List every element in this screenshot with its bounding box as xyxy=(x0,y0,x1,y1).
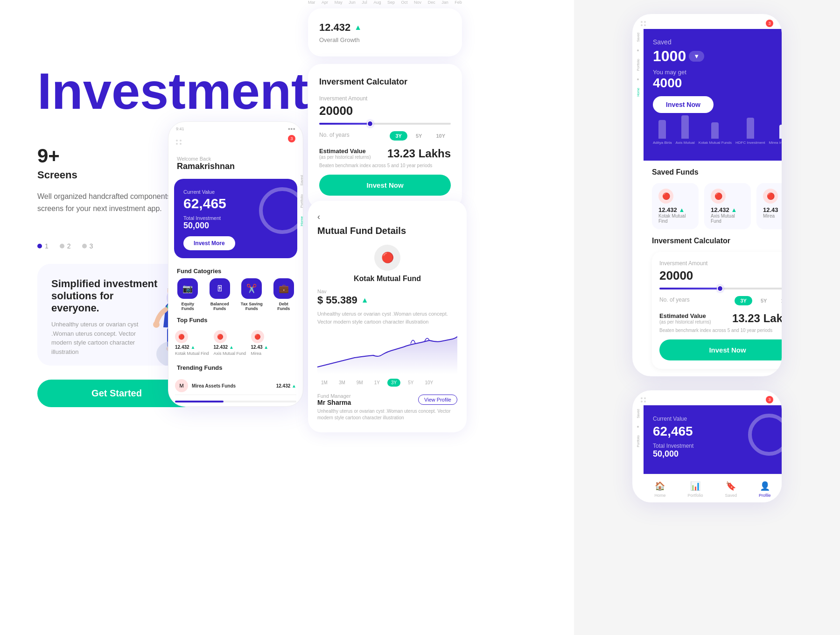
bar-kotak: Kotak Mutual Funds xyxy=(699,122,732,145)
time-3m[interactable]: 3M xyxy=(335,379,349,387)
drag-handle xyxy=(641,21,646,26)
investment-calculator-card: Inversment Calculator Inversment Amount … xyxy=(308,64,462,209)
list-item[interactable]: 🔴 12.432 ▲ Axis Mutual Fund xyxy=(704,183,751,229)
time-3y[interactable]: 3Y xyxy=(387,379,400,387)
invest-now-right[interactable]: Invest Now xyxy=(653,96,714,113)
month-labels: MarAprMay JunJulAug SepOctNov DecJanFeb xyxy=(308,0,462,5)
fund-cat-equity[interactable]: 📷 Equity Funds xyxy=(176,278,199,311)
right-phone-bottom: 3 Saved Portfolio Current Value 62,465 T… xyxy=(583,390,831,502)
saved-funds-list: 🔴 12.432 ▲ Kotak Mutual Find 🔴 12.432 ▲ … xyxy=(652,183,782,229)
side-nav-portfolio: Portfolio xyxy=(300,194,303,208)
r-invest-now-button[interactable]: Invest Now xyxy=(659,339,782,360)
fund-manager-row: Fund Manager Mr Sharma View Profile xyxy=(317,393,457,406)
saved-funds-section: Saved Funds 🔴 12.432 ▲ Kotak Mutual Find… xyxy=(644,161,782,237)
time-1y[interactable]: 1Y xyxy=(371,379,384,387)
list-item[interactable]: 🔴 12.432 ▲ Axis Mutual Fund xyxy=(214,330,246,356)
time-1m[interactable]: 1M xyxy=(317,379,331,387)
amount-slider[interactable] xyxy=(319,123,451,125)
axis-icon: 🔴 xyxy=(214,330,227,343)
bar-axis: Axis Mutual xyxy=(675,115,694,145)
side-nav-home: Home xyxy=(300,216,303,226)
r-year-10y[interactable]: 10Y xyxy=(775,296,782,305)
dot-1[interactable] xyxy=(37,244,42,248)
hero-area: Saved 1000 ▼ You may get 4000 Invest Now xyxy=(644,29,782,161)
bar-hdfc: HDFC Investment xyxy=(735,118,765,145)
balanced-icon: 🎚 xyxy=(210,278,230,299)
phone-content: Saved Portfolio Home Saved 1000 ▼ xyxy=(632,29,782,376)
year-5y[interactable]: 5Y xyxy=(410,131,427,141)
notification-badge-right: 3 xyxy=(766,20,773,27)
chart-time-buttons: 1M 3M 9M 1Y 3Y 5Y 10Y xyxy=(317,379,457,387)
side-nav-right: Saved Portfolio Home xyxy=(632,29,644,376)
notification-badge: 3 xyxy=(288,135,295,142)
fund-icon: 🔴 xyxy=(374,245,400,271)
fund-cat-tax[interactable]: ✂️ Tax Saving Funds xyxy=(240,278,263,311)
hero-card: Current Value 62,465 Total Investment 50… xyxy=(174,179,297,258)
phone-main-content: Saved 1000 ▼ You may get 4000 Invest Now xyxy=(644,29,782,376)
top-funds-title: Top Funds xyxy=(168,311,303,327)
bar-chart: Aditya Birla Axis Mutual Kotak Mutual Fu… xyxy=(653,119,782,147)
fund-categories: 📷 Equity Funds 🎚 Balanced Funds ✂️ Tax S… xyxy=(168,278,303,311)
kotak-sf-icon: 🔴 xyxy=(658,189,673,204)
phone1-header: Welcome Back Ramakrishnan xyxy=(168,147,303,175)
time-10y[interactable]: 10Y xyxy=(421,379,437,387)
nav-profile[interactable]: 👤 Profile xyxy=(759,481,771,498)
debt-icon: 💼 xyxy=(273,278,294,299)
onboarding-card: Simplified investment solutions for ever… xyxy=(37,264,187,366)
mutual-fund-detail: ‹ Mutual Fund Details 🔴 Kotak Mutual Fun… xyxy=(308,201,467,432)
side-nav-2: Saved Portfolio xyxy=(632,405,644,502)
list-item[interactable]: 🔴 12.43 Mirea xyxy=(756,183,782,229)
mirea-sf-icon: 🔴 xyxy=(763,189,778,204)
axis-sf-icon: 🔴 xyxy=(711,189,726,204)
list-item[interactable]: 🔴 12.43 ▲ Mirea xyxy=(251,330,284,356)
r-est-row: Estimated Value (as per historical retur… xyxy=(659,312,782,325)
nav-home[interactable]: 🏠 Home xyxy=(654,481,665,498)
dot-3[interactable] xyxy=(82,244,87,248)
scroll-indicator xyxy=(175,401,224,402)
right-calculator: Inversment Calculator Inversment Amount … xyxy=(644,237,782,376)
top-funds-list: 🔴 12.432 ▲ Kotak Mutual Find 🔴 12.432 ▲ … xyxy=(168,327,303,359)
phone1: 9:41 ●●● 3 Welcome Back Ramakrishnan Sav… xyxy=(168,121,303,407)
bar-aditya: Aditya Birla xyxy=(653,120,672,145)
list-item[interactable]: M Mirea Assets Funds 12.432 ▲ xyxy=(175,377,296,395)
years-row: No. of years 3Y 5Y 10Y xyxy=(319,131,451,141)
r-year-5y[interactable]: 5Y xyxy=(755,296,772,305)
year-3y[interactable]: 3Y xyxy=(390,131,407,141)
fund-categories-title: Fund Catogries xyxy=(168,262,303,278)
back-button[interactable]: ‹ xyxy=(317,212,457,222)
calculator-section: MarAprMay JunJulAug SepOctNov DecJanFeb … xyxy=(308,0,462,216)
fund-cat-debt[interactable]: 💼 Debt Funds xyxy=(273,278,295,311)
time-5y[interactable]: 5Y xyxy=(404,379,417,387)
invest-now-button[interactable]: Invest Now xyxy=(319,175,451,196)
dot-2[interactable] xyxy=(60,244,64,248)
overall-growth-card: 12.432 ▲ Overall Growth xyxy=(308,8,462,56)
r-amount-slider[interactable] xyxy=(659,288,782,289)
mf-title: Mutual Fund Details xyxy=(317,226,457,236)
view-profile-button[interactable]: View Profile xyxy=(418,395,457,405)
year-10y[interactable]: 10Y xyxy=(430,131,451,141)
invest-more-button[interactable]: Invest More xyxy=(183,236,235,250)
nav-saved[interactable]: 🔖 Saved xyxy=(725,481,737,498)
drag-handle-2 xyxy=(641,397,646,402)
list-item[interactable]: 🔴 12.432 ▲ Kotak Mutual Find xyxy=(175,330,209,356)
amount-dropdown[interactable]: ▼ xyxy=(689,51,704,62)
portfolio-phone-2: 3 Saved Portfolio Current Value 62,465 T… xyxy=(632,390,782,502)
bar-mirea: Mirea Investment xyxy=(769,125,782,145)
trending-list: M Mirea Assets Funds 12.432 ▲ xyxy=(168,375,303,397)
tax-icon: ✂️ xyxy=(241,278,262,299)
nav-portfolio[interactable]: 📊 Portfolio xyxy=(687,481,703,498)
time-9m[interactable]: 9M xyxy=(353,379,367,387)
right-section: 3 Saved Portfolio Home Saved xyxy=(574,0,840,635)
fund-logo-area: 🔴 Kotak Mutual Fund xyxy=(317,245,457,283)
r-year-3y[interactable]: 3Y xyxy=(735,296,752,305)
equity-icon: 📷 xyxy=(177,278,198,299)
kotak-icon: 🔴 xyxy=(175,330,188,343)
trending-funds-title: Trending Funds xyxy=(168,359,303,375)
bottom-navigation: 🏠 Home 📊 Portfolio 🔖 Saved 👤 xyxy=(644,474,782,502)
portfolio-phone: 3 Saved Portfolio Home Saved xyxy=(632,14,782,376)
list-item[interactable]: 🔴 12.432 ▲ Kotak Mutual Find xyxy=(652,183,699,229)
page-title: Investment xyxy=(37,65,271,117)
r-calc-card: Inversment Amount 20000 No. of years 3Y xyxy=(652,252,782,369)
fund-cat-balanced[interactable]: 🎚 Balanced Funds xyxy=(209,278,231,311)
hero-area-2: Current Value 62,465 Total Investment 50… xyxy=(644,405,782,474)
